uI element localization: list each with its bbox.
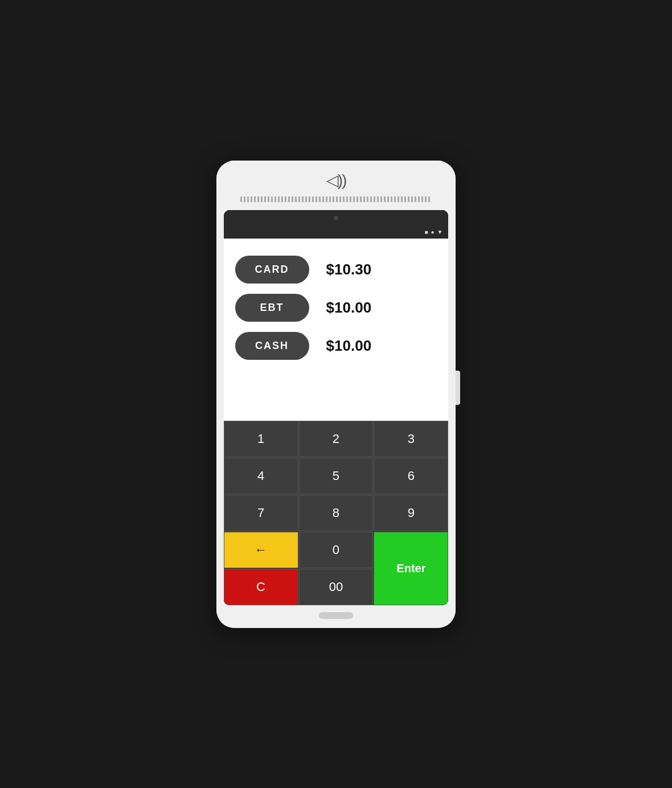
key-5[interactable]: 5	[299, 458, 374, 494]
payment-button-ebt[interactable]: EBT	[235, 294, 309, 322]
key-0[interactable]: 0	[299, 532, 374, 568]
keypad: 123456789←0EnterC00	[224, 421, 449, 605]
payment-button-card[interactable]: CARD	[235, 256, 309, 284]
status-icon-triangle: ▼	[437, 229, 442, 235]
bottom-button	[319, 612, 353, 619]
payment-row: EBT$10.00	[235, 294, 437, 322]
printer-slot	[240, 196, 432, 202]
key-2[interactable]: 2	[299, 421, 374, 457]
key-4[interactable]: 4	[224, 458, 298, 494]
key-1[interactable]: 1	[224, 421, 298, 457]
key-clear[interactable]: C	[224, 569, 298, 605]
camera-bar	[224, 210, 449, 226]
payment-amount-ebt: $10.00	[326, 299, 372, 317]
terminal-bottom	[216, 605, 456, 628]
status-bar: ■ ● ▼	[224, 226, 449, 239]
camera-dot	[334, 216, 338, 220]
payment-amount-card: $10.30	[326, 261, 372, 278]
payment-row: CARD$10.30	[235, 256, 437, 284]
key-8[interactable]: 8	[299, 495, 374, 531]
payment-row: CASH$10.00	[235, 332, 437, 360]
model-label	[216, 202, 456, 206]
key-3[interactable]: 3	[374, 421, 448, 457]
terminal-device: ◁)) ■ ● ▼ CARD$10.30EBT$10.00CASH$10.00 …	[216, 161, 456, 628]
side-button[interactable]	[456, 371, 460, 405]
key-enter[interactable]: Enter	[374, 532, 448, 605]
payment-button-cash[interactable]: CASH	[235, 332, 309, 360]
status-icon-square: ■	[424, 229, 428, 235]
screen-content: CARD$10.30EBT$10.00CASH$10.00	[224, 239, 449, 421]
key-backspace[interactable]: ←	[224, 532, 298, 568]
terminal-top: ◁))	[216, 161, 456, 202]
status-icon-circle: ●	[431, 229, 434, 235]
key-6[interactable]: 6	[374, 458, 448, 494]
nfc-icon: ◁))	[326, 171, 346, 190]
payment-amount-cash: $10.00	[326, 337, 372, 355]
key-00[interactable]: 00	[299, 569, 374, 605]
screen-bezel: ■ ● ▼ CARD$10.30EBT$10.00CASH$10.00 1234…	[224, 210, 449, 605]
key-9[interactable]: 9	[374, 495, 448, 531]
key-7[interactable]: 7	[224, 495, 298, 531]
